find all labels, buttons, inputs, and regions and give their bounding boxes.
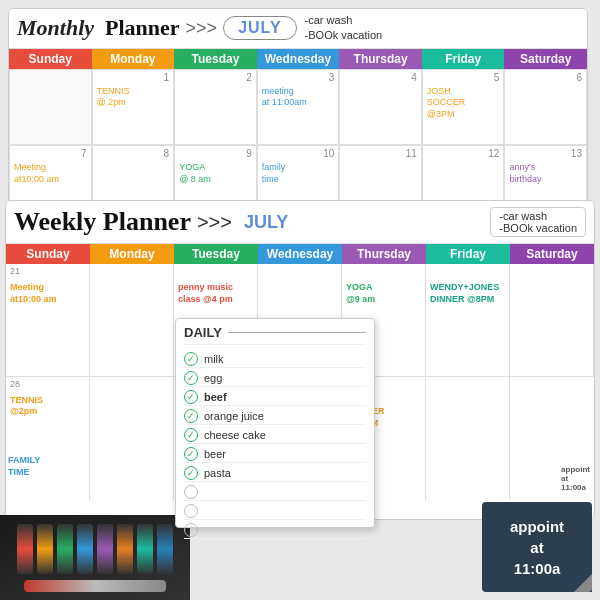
daily-header: DAILY: [184, 325, 366, 345]
daily-list: DAILY ✓ milk ✓ egg ✓ beef ✓ orange juice…: [175, 318, 375, 528]
daily-item: [184, 522, 366, 539]
check-icon: ✓: [184, 428, 198, 442]
monthly-cell: 6: [504, 69, 587, 146]
day-header-sunday: Sunday: [9, 49, 92, 69]
weekly-title: Weekly Planner: [14, 207, 191, 237]
monthly-cell: 2: [174, 69, 257, 146]
check-icon: ✓: [184, 447, 198, 461]
weekly-month: JULY: [244, 212, 288, 233]
weekly-day-wednesday: Wednesday: [258, 244, 342, 264]
weekly-day-monday: Monday: [90, 244, 174, 264]
daily-item-text: pasta: [204, 467, 231, 479]
weekly-event: TENNIS@2pm: [10, 395, 85, 418]
daily-item-text: orange juice: [204, 410, 264, 422]
monthly-cell: 3 meetingat 11:00am: [257, 69, 340, 146]
day-header-thursday: Thursday: [339, 49, 422, 69]
marker-blue: [77, 524, 93, 574]
marker-purple: [97, 524, 113, 574]
weekly-col-monday: [90, 264, 174, 376]
weekly-day-tuesday: Tuesday: [174, 244, 258, 264]
markers-area: [0, 515, 190, 600]
monthly-cell: 5 JOSHSOCCER@3PM: [422, 69, 505, 146]
cell-event: familytime: [262, 162, 335, 185]
weekly-day-friday: Friday: [426, 244, 510, 264]
cell-event: meetingat 11:00am: [262, 86, 335, 109]
day-header-wednesday: Wednesday: [257, 49, 340, 69]
marker-green: [57, 524, 73, 574]
daily-title: DAILY: [184, 325, 222, 340]
daily-item: [184, 503, 366, 520]
check-icon: ✓: [184, 466, 198, 480]
weekly-day-sunday: Sunday: [6, 244, 90, 264]
monthly-notes: -car wash -BOOk vacation: [305, 13, 383, 44]
daily-item: ✓ beef: [184, 389, 366, 406]
weekly-arrows: >>>: [197, 211, 232, 234]
monthly-cell: [9, 69, 92, 146]
marker-teal: [137, 524, 153, 574]
weekly-notes: -car wash -BOOk vacation: [490, 207, 586, 237]
weekly-event: YOGA@9 am: [346, 282, 421, 305]
daily-item: ✓ orange juice: [184, 408, 366, 425]
weekly-col-saturday-28: appointat11:00a: [510, 376, 594, 500]
cell-event: TENNIS@ 2pm: [97, 86, 170, 109]
cell-event: JOSHSOCCER@3PM: [427, 86, 500, 121]
monthly-month-box: JULY: [223, 16, 296, 40]
check-icon: ✓: [184, 390, 198, 404]
weekly-event: Meetingat10:00 am: [10, 282, 85, 305]
daily-item: [184, 484, 366, 501]
check-icon: [184, 523, 198, 537]
monthly-days-header: Sunday Monday Tuesday Wednesday Thursday…: [9, 49, 587, 69]
check-icon: ✓: [184, 352, 198, 366]
monthly-title: Monthly Planner: [17, 15, 180, 41]
weekly-col-friday: WENDY+JONESDINNER @8PM: [426, 264, 510, 376]
monthly-word: Monthly: [17, 15, 94, 40]
weekly-col-sunday: 21 Meetingat10:00 am: [6, 264, 90, 376]
daily-item-text: cheese cake: [204, 429, 266, 441]
marker-darkblue: [157, 524, 173, 574]
appointment-box: appointat11:00a: [482, 502, 592, 592]
cell-event: YOGA@ 8 am: [179, 162, 252, 185]
check-icon: ✓: [184, 409, 198, 423]
appointment-text: appointat11:00a: [510, 516, 564, 579]
marker-row: [17, 524, 173, 574]
daily-item: ✓ beer: [184, 446, 366, 463]
cell-event: Meetingat10:00 am: [14, 162, 87, 185]
monthly-cell: 1 TENNIS@ 2pm: [92, 69, 175, 146]
planner-word: Planner: [105, 15, 180, 40]
day-header-saturday: Saturday: [504, 49, 587, 69]
weekly-col-sunday-28: 28 TENNIS@2pm: [6, 376, 90, 500]
marker-orange: [37, 524, 53, 574]
check-icon: [184, 485, 198, 499]
weekly-event: penny musicclass @4 pm: [178, 282, 253, 305]
weekly-days-header: Sunday Monday Tuesday Wednesday Thursday…: [6, 244, 594, 264]
daily-item: ✓ cheese cake: [184, 427, 366, 444]
eraser-bar: [24, 580, 166, 592]
day-header-monday: Monday: [92, 49, 175, 69]
weekly-day-saturday: Saturday: [510, 244, 594, 264]
weekly-col-monday-28: [90, 376, 174, 500]
monthly-arrows: >>>: [186, 18, 218, 39]
family-time-label: FAMILYTIME: [8, 455, 40, 478]
monthly-header: Monthly Planner >>> JULY -car wash -BOOk…: [9, 9, 587, 49]
weekly-event: WENDY+JONESDINNER @8PM: [430, 282, 505, 305]
marker-dark-orange: [117, 524, 133, 574]
monthly-grid: 1 TENNIS@ 2pm 2 3 meetingat 11:00am 4 5 …: [9, 69, 587, 222]
weekly-col-saturday: [510, 264, 594, 376]
daily-line: [228, 332, 366, 333]
weekly-col-friday-28: [426, 376, 510, 500]
check-icon: [184, 504, 198, 518]
day-header-friday: Friday: [422, 49, 505, 69]
daily-item: ✓ egg: [184, 370, 366, 387]
daily-item-text: egg: [204, 372, 222, 384]
check-icon: ✓: [184, 371, 198, 385]
daily-item: ✓ milk: [184, 351, 366, 368]
daily-item-text: beef: [204, 391, 227, 403]
cell-event: anny'sbirthday: [509, 162, 582, 185]
marker-red: [17, 524, 33, 574]
daily-item: ✓ pasta: [184, 465, 366, 482]
daily-item-text: milk: [204, 353, 224, 365]
day-header-tuesday: Tuesday: [174, 49, 257, 69]
weekly-header: Weekly Planner >>> JULY -car wash -BOOk …: [6, 201, 594, 244]
monthly-cell: 4: [339, 69, 422, 146]
daily-item-text: beer: [204, 448, 226, 460]
